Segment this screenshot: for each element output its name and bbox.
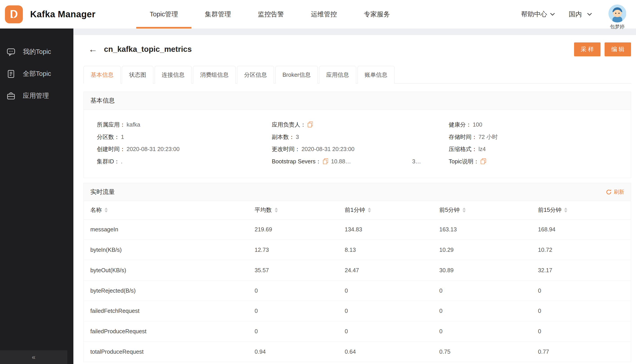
header-actions: 采 样 编 辑	[574, 42, 631, 56]
field-label: 应用负责人：	[272, 120, 306, 129]
main-content: ← cn_kafka_topic_metrics 采 样 编 辑 基本信息 状态…	[74, 28, 636, 364]
app-manage-icon	[6, 91, 16, 100]
sidebar-item-all-topic[interactable]: 全部Topic	[0, 63, 74, 85]
field-value: lz4	[478, 145, 486, 153]
sort-icon[interactable]	[275, 208, 278, 212]
table-row: totalProduceRequest 0.94 0.64 0.75 0.77	[84, 342, 631, 362]
sample-button[interactable]: 采 样	[574, 42, 600, 56]
sort-icon[interactable]	[564, 208, 567, 212]
sidebar-item-my-topic[interactable]: 我的Topic	[0, 41, 74, 63]
tab[interactable]: Broker信息	[275, 66, 318, 84]
copy-icon[interactable]	[308, 122, 313, 127]
tab[interactable]: 连接信息	[154, 66, 192, 84]
info-field: 副本数： 3	[272, 133, 448, 141]
nav-item[interactable]: 专家服务	[350, 0, 403, 28]
field-value: 10.88…	[331, 157, 351, 166]
metric-5min: 163.13	[440, 226, 538, 233]
column-label: 名称	[90, 206, 102, 214]
tab[interactable]: 应用信息	[319, 66, 356, 84]
column-header: 前15分钟	[538, 206, 631, 214]
nav-item[interactable]: Topic管理	[136, 0, 192, 28]
sort-icon[interactable]	[462, 208, 466, 212]
metric-avg: 0.94	[255, 348, 345, 355]
sort-icon[interactable]	[104, 208, 108, 212]
sidebar-item-label: 应用管理	[23, 91, 49, 100]
info-field: 集群ID： .	[97, 157, 272, 166]
back-arrow-icon[interactable]: ←	[88, 45, 98, 54]
table-row: failedFetchRequest 0 0 0 0	[84, 301, 631, 321]
field-label: 存储时间：	[448, 133, 477, 141]
metric-avg: 0	[255, 328, 345, 334]
metric-name: totalProduceRequest	[84, 348, 254, 355]
basic-info-panel-header: 基本信息	[84, 92, 631, 110]
sidebar-item-label: 我的Topic	[23, 47, 51, 56]
brand-title: Kafka Manager	[30, 9, 96, 19]
metric-5min: 0.75	[440, 348, 538, 355]
metric-5min: 0	[440, 308, 538, 314]
nav-item[interactable]: 监控告警	[244, 0, 297, 28]
column-label: 前1分钟	[345, 206, 365, 214]
refresh-button[interactable]: 刷新	[606, 188, 624, 196]
document-icon	[6, 69, 16, 78]
info-field: 应用负责人：	[272, 120, 448, 129]
user-name: 包梦婷	[610, 23, 624, 30]
refresh-label: 刷新	[614, 188, 624, 196]
copy-icon[interactable]	[481, 158, 486, 164]
realtime-traffic-panel: 实时流量 刷新 名称	[84, 183, 631, 362]
user-menu[interactable]: 包梦婷	[608, 4, 626, 30]
brand[interactable]: D Kafka Manager	[5, 6, 96, 23]
avatar	[608, 4, 626, 22]
metric-1min: 134.83	[345, 226, 439, 233]
field-value: kafka	[126, 120, 140, 129]
tab[interactable]: 消费组信息	[193, 66, 236, 84]
metric-1min: 0.64	[345, 348, 439, 355]
sidebar-menu: 我的Topic 全部Topic 应用管理	[0, 28, 74, 107]
nav-item-label: 运维管控	[311, 10, 337, 18]
help-center-menu[interactable]: 帮助中心	[521, 10, 555, 19]
nav-item-label: Topic管理	[150, 10, 178, 18]
region-label: 国内	[569, 10, 582, 19]
region-selector[interactable]: 国内	[569, 10, 592, 19]
field-label: 创建时间：	[97, 145, 126, 153]
copy-icon[interactable]	[323, 158, 328, 164]
sidebar-item-app-manage[interactable]: 应用管理	[0, 85, 74, 107]
sort-icon[interactable]	[368, 208, 371, 212]
tab-label: Broker信息	[282, 72, 311, 78]
nav-item-label: 监控告警	[258, 10, 284, 18]
metric-15min: 0.77	[538, 348, 631, 355]
info-field: 更改时间： 2020-08-31 20:23:00	[272, 145, 448, 153]
nav-item[interactable]: 集群管理	[192, 0, 244, 28]
nav-item[interactable]: 运维管控	[297, 0, 350, 28]
tab-label: 消费组信息	[200, 72, 228, 78]
page-title: cn_kafka_topic_metrics	[104, 45, 192, 54]
sidebar: 我的Topic 全部Topic 应用管理 «	[0, 28, 74, 364]
field-value: 100	[472, 120, 482, 129]
nav-item-label: 专家服务	[364, 10, 390, 18]
field-label: 集群ID：	[97, 157, 120, 166]
sidebar-collapse-button[interactable]: «	[0, 350, 67, 364]
field-value: 1	[121, 133, 124, 141]
tab[interactable]: 账单信息	[358, 66, 394, 84]
app-logo-icon: D	[5, 6, 23, 23]
tab-label: 连接信息	[162, 72, 185, 78]
metric-1min: 0	[345, 308, 439, 314]
tab-label: 基本信息	[91, 72, 114, 78]
metric-5min: 0	[440, 328, 538, 334]
field-label: 副本数：	[272, 133, 295, 141]
field-label: 压缩格式：	[448, 145, 477, 153]
metric-avg: 0	[255, 308, 345, 314]
table-row: byteIn(KB/s) 12.73 8.13 10.29 10.72	[84, 240, 631, 260]
tab[interactable]: 分区信息	[237, 66, 274, 84]
tab[interactable]: 基本信息	[84, 66, 120, 84]
tab[interactable]: 状态图	[122, 66, 153, 84]
field-label: 更改时间：	[272, 145, 300, 153]
chevron-down-icon	[587, 12, 592, 16]
tab-label: 状态图	[129, 72, 146, 78]
field-label: 健康分：	[448, 120, 472, 129]
info-field: 压缩格式： lz4	[448, 145, 624, 153]
basic-info-panel: 基本信息 所属应用： kafka 应用负责人：	[84, 92, 631, 178]
metric-15min: 168.94	[538, 226, 631, 233]
edit-button[interactable]: 编 辑	[604, 42, 631, 56]
collapse-icon: «	[32, 354, 36, 361]
metric-15min: 0	[538, 308, 631, 314]
